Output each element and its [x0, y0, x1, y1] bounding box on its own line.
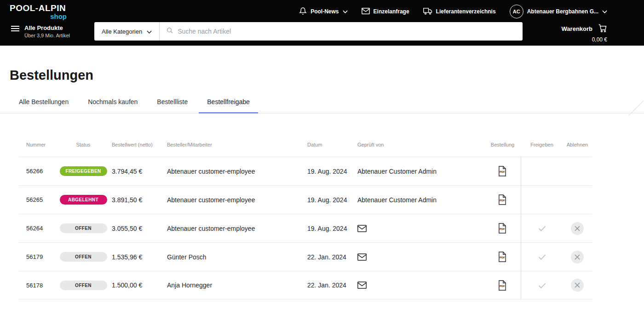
avatar: AC	[510, 5, 523, 18]
order-pdf-cell: PDF	[484, 186, 521, 214]
column-header-geprueft-von: Geprüft von	[357, 142, 484, 147]
search-icon	[166, 27, 173, 36]
brand-title: POOL-ALPIN	[10, 3, 67, 13]
order-employee: Abtenauer customer-employee	[167, 196, 307, 204]
column-header-bestellwert: Bestellwert (netto)	[112, 142, 167, 147]
orders-table-header: Nummer Status Bestellwert (netto) Bestel…	[19, 142, 592, 157]
order-value: 3.891,50 €	[112, 196, 167, 204]
account-menu[interactable]: AC Abtenauer Bergbahnen G...	[510, 5, 607, 18]
status-cell: OFFEN	[55, 223, 112, 233]
order-number: 56179	[19, 253, 55, 260]
column-header-freigeben: Freigeben	[521, 142, 563, 147]
search-input[interactable]	[178, 28, 516, 35]
order-tabs: Alle Bestellungen Nochmals kaufen Bestel…	[0, 98, 644, 113]
pdf-icon[interactable]: PDF	[498, 194, 507, 205]
tab-bestellliste[interactable]: Bestellliste	[149, 98, 196, 113]
approve-check-icon[interactable]	[537, 252, 547, 262]
svg-text:PDF: PDF	[500, 199, 505, 202]
approve-cell	[521, 252, 563, 262]
decorative-diagonal	[628, 100, 644, 116]
order-value: 3.055,50 €	[112, 225, 167, 232]
chevron-down-icon	[602, 8, 607, 15]
order-pdf-cell: PDF	[484, 214, 521, 242]
column-header-besteller: Besteller/Mitarbeiter	[167, 142, 307, 147]
order-pdf-cell: PDF	[484, 271, 521, 299]
order-employee: Günter Posch	[167, 253, 307, 261]
order-employee: Anja Hornegger	[167, 281, 307, 289]
checked-by-cell	[357, 253, 484, 261]
all-products-menu[interactable]: Alle Produkte Über 3,9 Mio. Artikel	[11, 24, 70, 38]
reject-x-icon[interactable]	[571, 251, 584, 264]
table-row: 56266 FREIGEGEBEN 3.794,45 € Abtenauer c…	[19, 157, 592, 185]
column-header-nummer: Nummer	[19, 142, 55, 147]
reject-x-icon[interactable]	[571, 279, 584, 292]
status-cell: OFFEN	[55, 252, 112, 262]
category-dropdown[interactable]: Alle Kategorien	[94, 22, 160, 41]
order-number: 56264	[19, 225, 55, 232]
order-employee: Abtenauer customer-employee	[167, 168, 307, 175]
order-date: 19. Aug. 2024	[307, 196, 357, 204]
status-badge: OFFEN	[60, 252, 107, 262]
table-row: 56264 OFFEN 3.055,50 € Abtenauer custome…	[19, 214, 592, 242]
order-number: 56178	[19, 282, 55, 289]
pdf-icon[interactable]: PDF	[498, 252, 507, 262]
column-header-ablehnen: Ablehnen	[563, 142, 592, 147]
reject-cell	[563, 193, 592, 206]
approve-cell	[521, 281, 563, 290]
pdf-icon[interactable]: PDF	[498, 166, 507, 176]
cart-icon	[598, 23, 607, 34]
reject-cell	[563, 165, 592, 178]
table-row: 56179 OFFEN 1.535,96 € Günter Posch 22. …	[19, 242, 592, 271]
svg-text:PDF: PDF	[500, 170, 505, 173]
reject-cell	[563, 279, 592, 292]
orders-table-body: 56266 FREIGEGEBEN 3.794,45 € Abtenauer c…	[19, 157, 592, 299]
orders-table: Nummer Status Bestellwert (netto) Bestel…	[19, 142, 592, 299]
order-date: 22. Jan. 2024	[307, 281, 357, 289]
order-value: 1.535,96 €	[112, 253, 167, 261]
chevron-down-icon	[343, 8, 348, 15]
cart-button[interactable]: Warenkorb 0,00 €	[562, 23, 607, 43]
brand-logo[interactable]: POOL-ALPIN shop	[10, 3, 67, 20]
search-bar: Alle Kategorien	[94, 22, 523, 41]
approve-check-icon[interactable]	[537, 223, 547, 233]
bell-icon	[299, 7, 307, 17]
tab-bestellfreigabe[interactable]: Bestellfreigabe	[199, 98, 258, 113]
nav-lieferantenverzeichnis[interactable]: Lieferantenverzeichnis	[423, 7, 496, 16]
order-date: 19. Aug. 2024	[307, 225, 357, 232]
table-row: 56265 ABGELEHNT 3.891,50 € Abtenauer cus…	[19, 185, 592, 214]
mail-icon	[362, 8, 370, 16]
order-value: 1.500,00 €	[112, 281, 167, 289]
pdf-icon[interactable]: PDF	[498, 223, 507, 234]
top-bar: POOL-ALPIN shop Pool-News Einzelanfrage …	[0, 0, 644, 46]
nav-einzelanfrage-label: Einzelanfrage	[374, 8, 409, 15]
nav-pool-news[interactable]: Pool-News	[299, 7, 347, 17]
checked-by-name: Abtenauer Customer Admin	[357, 196, 437, 204]
checked-by-cell	[357, 225, 484, 232]
top-nav: Pool-News Einzelanfrage Lieferantenverze…	[299, 5, 607, 18]
all-products-subtitle: Über 3,9 Mio. Artikel	[24, 33, 70, 38]
cart-total: 0,00 €	[562, 36, 607, 43]
status-cell: FREIGEGEBEN	[55, 166, 112, 176]
column-header-status: Status	[55, 142, 112, 147]
order-date: 19. Aug. 2024	[307, 168, 357, 175]
order-pdf-cell: PDF	[484, 157, 521, 185]
approve-check-icon[interactable]	[537, 281, 547, 290]
pdf-icon[interactable]: PDF	[498, 280, 507, 291]
mail-icon[interactable]	[357, 281, 367, 289]
cart-label: Warenkorb	[562, 25, 592, 32]
approve-cell	[521, 223, 563, 233]
account-name: Abtenauer Bergbahnen G...	[527, 8, 598, 15]
mail-icon[interactable]	[357, 225, 367, 232]
chevron-down-icon	[147, 28, 152, 35]
approve-cell	[521, 195, 563, 205]
nav-einzelanfrage[interactable]: Einzelanfrage	[362, 8, 409, 16]
order-pdf-cell: PDF	[484, 243, 521, 271]
reject-x-icon[interactable]	[571, 222, 584, 235]
mail-icon[interactable]	[357, 253, 367, 261]
checked-by-cell: Abtenauer Customer Admin	[357, 168, 484, 175]
svg-text:PDF: PDF	[500, 256, 505, 259]
checked-by-cell: Abtenauer Customer Admin	[357, 196, 484, 204]
tab-nochmals-kaufen[interactable]: Nochmals kaufen	[80, 98, 146, 113]
tab-alle-bestellungen[interactable]: Alle Bestellungen	[11, 98, 77, 113]
status-cell: ABGELEHNT	[55, 195, 112, 205]
